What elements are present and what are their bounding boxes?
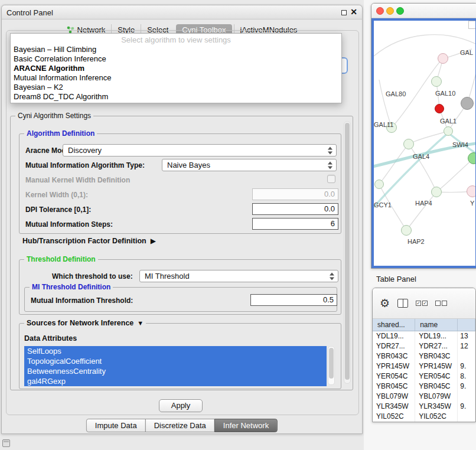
combo-stepper-icon: [328, 161, 333, 169]
cell-extra: [458, 392, 475, 402]
float-window-icon[interactable]: [341, 10, 347, 15]
table-row[interactable]: YER054C YER054C 8.: [373, 371, 475, 381]
network-node[interactable]: [467, 185, 475, 197]
node-label: Y: [470, 200, 474, 207]
cell-name: YLR345W: [415, 402, 458, 412]
cell-name: YDR27...: [415, 341, 458, 351]
mi-threshold-label: Mutual Information Threshold:: [31, 296, 133, 305]
table-row[interactable]: YBL079W YBL079W: [373, 392, 475, 402]
table-row[interactable]: YBR043C YBR043C: [373, 351, 475, 361]
column-chooser-icon[interactable]: [397, 299, 408, 308]
deselect-all-icon[interactable]: [435, 301, 447, 306]
cell-extra: [458, 351, 475, 361]
cell-shared: YER054C: [373, 371, 415, 381]
column-header-shared[interactable]: shared...: [373, 319, 415, 331]
node-label: GAL: [460, 49, 473, 56]
manual-kernel-checkbox[interactable]: [327, 175, 335, 183]
table-row[interactable]: YPR145W YPR145W 9.: [373, 361, 475, 371]
tab-discretize-data[interactable]: Discretize Data: [145, 419, 215, 432]
column-header-name[interactable]: name: [415, 319, 458, 331]
table-row[interactable]: YLR345W YLR345W 9.: [373, 402, 475, 412]
control-panel-titlebar[interactable]: Control Panel ✕: [2, 5, 362, 19]
mac-zoom-icon[interactable]: [396, 7, 404, 15]
attribute-list-scrollbar[interactable]: [328, 346, 335, 385]
table-panel-title: Table Panel: [376, 275, 416, 283]
dropdown-item[interactable]: Dream8 DC_TDC Algorithm: [11, 92, 341, 102]
network-node[interactable]: [435, 104, 444, 113]
algorithm-definition-group: Algorithm Definition Aracne Mode: Discov…: [19, 133, 341, 234]
column-header-extra[interactable]: [458, 319, 475, 331]
network-node[interactable]: [438, 53, 448, 64]
aracne-mode-combo[interactable]: Discovery: [63, 144, 337, 156]
network-canvas[interactable]: GAL GAL80 GAL10 GAL11 GAL1 SWI4 GAL4 GCY…: [374, 21, 475, 266]
combo-stepper-icon: [328, 146, 333, 154]
dpi-tolerance-field[interactable]: 0.0: [252, 203, 338, 215]
attribute-list-scrollbar-thumb[interactable]: [329, 348, 334, 379]
mi-threshold-field[interactable]: 0.5: [250, 294, 337, 306]
mac-minimize-icon[interactable]: [386, 7, 394, 15]
gear-icon[interactable]: ⚙: [380, 298, 390, 309]
mi-type-combo[interactable]: Naive Bayes: [162, 159, 337, 171]
kernel-width-field[interactable]: 0.0: [252, 188, 338, 200]
hub-definition-toggle[interactable]: Hub/Transcription Factor Definition ▶: [22, 237, 156, 245]
dropdown-item[interactable]: Basic Correlation Inference: [11, 54, 341, 64]
threshold-definition-title: Threshold Definition: [24, 255, 98, 263]
canvas-scrollbar-fragment[interactable]: [468, 21, 475, 29]
which-threshold-combo[interactable]: MI Threshold: [139, 270, 338, 282]
close-icon[interactable]: ✕: [350, 7, 357, 17]
mac-close-icon[interactable]: [376, 7, 384, 15]
cell-extra: 12: [458, 341, 475, 351]
network-node[interactable]: [401, 225, 412, 236]
kernel-width-label: Kernel Width (0,1):: [25, 191, 88, 199]
network-node[interactable]: [403, 139, 414, 149]
attribute-item-selected[interactable]: BetweennessCentrality: [24, 366, 327, 376]
network-node[interactable]: [444, 126, 453, 136]
network-window-titlebar[interactable]: [371, 4, 476, 18]
dropdown-item[interactable]: Bayesian – K2: [11, 83, 341, 92]
expand-right-icon: ▶: [151, 237, 156, 245]
settings-scrollbar-thumb[interactable]: [345, 123, 350, 380]
which-threshold-label: Which threshold to use:: [52, 272, 133, 281]
network-node[interactable]: [431, 187, 442, 197]
table-body: YDL19... YDL19... 13 YDR27... YDR27... 1…: [373, 331, 475, 422]
cell-shared: YBR045C: [373, 381, 415, 392]
network-node[interactable]: [431, 76, 442, 87]
dropdown-item-selected[interactable]: ARACNE Algorithm: [11, 64, 341, 73]
network-view-window: GAL GAL80 GAL10 GAL11 GAL1 SWI4 GAL4 GCY…: [371, 3, 476, 269]
table-row[interactable]: YBR045C YBR045C 9.: [373, 381, 475, 392]
collapsed-panel-icon[interactable]: [2, 439, 10, 447]
mi-steps-field[interactable]: 6: [252, 218, 338, 230]
tab-impute-data[interactable]: Impute Data: [86, 419, 146, 432]
node-label: GCY1: [374, 201, 392, 208]
dropdown-item[interactable]: Bayesian – Hill Climbing: [11, 45, 341, 54]
table-header: shared... name: [373, 319, 475, 331]
threshold-definition-group: Threshold Definition Which threshold to …: [19, 259, 341, 315]
table-row[interactable]: YIL052C YIL052C: [373, 412, 475, 422]
dropdown-item[interactable]: Mutual Information Inference: [11, 73, 341, 83]
mi-threshold-group: MI Threshold Definition Mutual Informati…: [24, 287, 337, 312]
cyni-algorithm-settings-group: Cyni Algorithm Settings Algorithm Defini…: [10, 116, 353, 390]
aracne-mode-value: Discovery: [68, 146, 102, 155]
apply-button[interactable]: Apply: [159, 399, 203, 412]
tab-infer-network[interactable]: Infer Network: [214, 419, 278, 432]
attribute-item-selected[interactable]: gal4RGexp: [24, 376, 327, 386]
cell-extra: 13: [458, 331, 475, 341]
network-node[interactable]: [374, 180, 384, 189]
network-node[interactable]: [461, 97, 474, 110]
node-label: GAL4: [413, 153, 429, 160]
bottom-tab-bar: Impute Data Discretize Data Infer Networ…: [86, 419, 278, 432]
select-all-icon[interactable]: ✓ ✓: [416, 301, 428, 306]
cell-extra: 9.: [458, 381, 475, 392]
settings-scrollbar[interactable]: [344, 121, 351, 384]
empty-box-icon: [442, 301, 447, 306]
node-label: SWI4: [452, 141, 468, 148]
network-node[interactable]: [468, 152, 475, 164]
attribute-item-selected[interactable]: TopologicalCoefficient: [24, 356, 327, 366]
settings-group-title: Cyni Algorithm Settings: [15, 112, 93, 120]
data-attributes-label: Data Attributes: [24, 334, 77, 343]
attribute-item-selected[interactable]: SelfLoops: [24, 346, 327, 356]
table-row[interactable]: YDL19... YDL19... 13: [373, 331, 475, 341]
sources-toggle[interactable]: Sources for Network Inference ▼: [24, 319, 146, 327]
table-row[interactable]: YDR27... YDR27... 12: [373, 341, 475, 351]
data-attributes-list: SelfLoops TopologicalCoefficient Between…: [24, 346, 327, 386]
